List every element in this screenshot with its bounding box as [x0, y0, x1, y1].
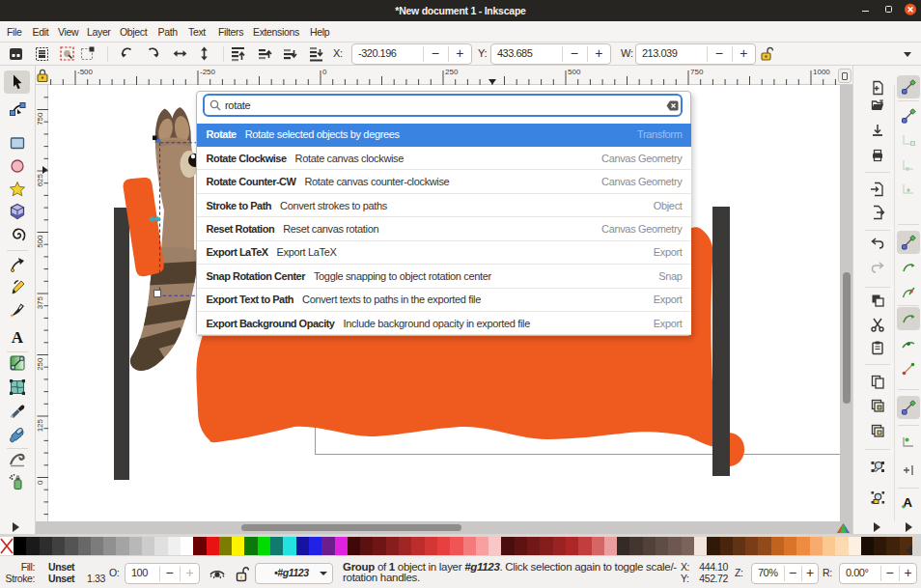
svg-text:A: A [11, 328, 23, 346]
svg-text:500: 500 [36, 235, 44, 248]
svg-text:0: 0 [322, 68, 327, 76]
svg-text:500: 500 [568, 68, 581, 76]
svg-text:250: 250 [36, 357, 44, 371]
svg-text:0: 0 [36, 480, 44, 485]
svg-text:1000: 1000 [813, 68, 830, 76]
svg-text:375: 375 [36, 295, 44, 309]
svg-text:125: 125 [36, 418, 44, 432]
svg-text:250: 250 [445, 68, 459, 76]
svg-text:-500: -500 [77, 68, 94, 76]
svg-text:750: 750 [690, 68, 704, 76]
svg-text:625: 625 [36, 173, 44, 186]
svg-text:750: 750 [36, 112, 44, 126]
svg-text:-250: -250 [200, 68, 216, 76]
